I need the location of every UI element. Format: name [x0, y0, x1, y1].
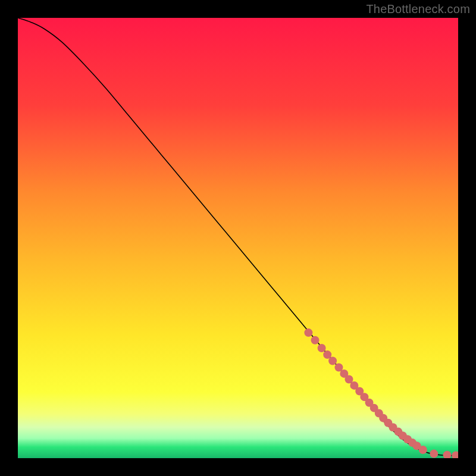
highlight-dot [419, 446, 427, 454]
highlight-dot [430, 450, 438, 458]
highlight-dot [311, 336, 320, 345]
plot-area [18, 18, 458, 458]
highlight-dot [304, 328, 312, 337]
highlight-dot [328, 356, 337, 365]
gradient-background [18, 18, 458, 458]
highlight-dot [318, 344, 326, 352]
chart-frame: TheBottleneck.com [0, 0, 476, 476]
chart-svg [18, 18, 458, 458]
attribution-label: TheBottleneck.com [366, 2, 470, 16]
